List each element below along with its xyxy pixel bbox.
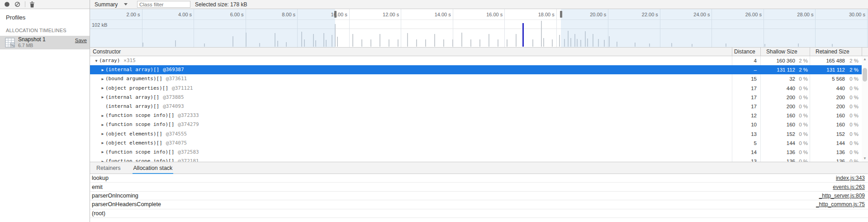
timeline-bar bbox=[407, 33, 408, 47]
table-row[interactable]: ▶(internal array)[]@373885172000 %2000 % bbox=[90, 93, 868, 102]
table-row[interactable]: ▶(object properties)[]@371121174400 %440… bbox=[90, 84, 868, 93]
timeline-bar bbox=[337, 37, 338, 47]
selection-handle-left[interactable] bbox=[334, 11, 337, 18]
heap-toolbar: Summary Selected size: 178 kB bbox=[90, 0, 868, 9]
shallow-size-percent: 0 % bbox=[796, 148, 808, 157]
collapse-arrow-icon[interactable]: ▶ bbox=[100, 130, 105, 139]
scroll-up-arrow-icon[interactable]: ▲ bbox=[862, 57, 868, 62]
column-header-distance[interactable]: Distance bbox=[734, 48, 755, 55]
column-header-retained-size[interactable]: Retained Size bbox=[816, 48, 849, 55]
distance-value: 14 bbox=[732, 148, 757, 157]
column-divider bbox=[732, 48, 732, 56]
grid-scrollbar[interactable]: ▲ ▼ bbox=[862, 56, 868, 162]
object-id: @372333 bbox=[178, 112, 199, 118]
selection-handle-right[interactable] bbox=[560, 11, 562, 18]
table-row[interactable]: ▶(object elements)[]@374555131520 %1520 … bbox=[90, 130, 868, 139]
timeline-bar bbox=[498, 39, 498, 47]
table-row[interactable]: ▶(internal array)[]@369387–131 1122 %131… bbox=[90, 65, 868, 74]
collapse-arrow-icon[interactable]: ▶ bbox=[100, 121, 105, 130]
table-row[interactable]: ▶(function scope info)[]@372181131360 %1… bbox=[90, 157, 868, 162]
collapse-arrow-icon[interactable]: ▶ bbox=[100, 139, 105, 148]
timeline-bar bbox=[507, 39, 508, 47]
record-button[interactable] bbox=[3, 1, 11, 8]
source-location-link[interactable]: events.js:263 bbox=[833, 184, 865, 190]
stack-frame-row[interactable]: emitevents.js:263 bbox=[90, 183, 868, 191]
constructor-name: (function scope info)[] bbox=[105, 121, 174, 127]
retained-size-value: 131 112 bbox=[811, 65, 845, 74]
stack-frame-row[interactable]: parserOnHeadersComplete_http_common.js:7… bbox=[90, 200, 868, 209]
tab-allocation-stack[interactable]: Allocation stack bbox=[133, 162, 174, 174]
shallow-size-percent: 0 % bbox=[796, 111, 808, 120]
table-row[interactable]: ▶(function scope info)[]@372333121600 %1… bbox=[90, 111, 868, 120]
timeline-bar bbox=[552, 39, 553, 47]
source-location-link[interactable]: index.js:343 bbox=[836, 175, 865, 181]
table-row[interactable]: ▶(function scope info)[]@374279101600 %1… bbox=[90, 120, 868, 129]
table-row[interactable]: ▶(bound arguments)[]@37361115320 %5 5680… bbox=[90, 74, 868, 83]
retained-size-value: 165 488 bbox=[811, 56, 845, 65]
source-location-link[interactable]: _http_server.js:809 bbox=[819, 193, 865, 199]
table-row[interactable]: ▶(object elements)[]@37407551440 %1440 % bbox=[90, 139, 868, 148]
clear-profiles-button[interactable] bbox=[14, 1, 21, 8]
sidebar-item-snapshot-1[interactable]: % Snapshot 1 6.7 MB Save bbox=[0, 36, 90, 49]
source-location-link[interactable]: _http_common.js:75 bbox=[816, 201, 865, 208]
table-row[interactable]: (internal array)[]@374093172000 %2000 % bbox=[90, 102, 868, 111]
timeline-bar bbox=[379, 34, 380, 47]
retained-size-percent: 0 % bbox=[846, 157, 859, 162]
time-tick-label: 14.00 s bbox=[414, 12, 451, 18]
time-tick-label: 18.00 s bbox=[517, 12, 555, 18]
time-tick-label: 26.00 s bbox=[725, 12, 762, 18]
column-header-constructor[interactable]: Constructor bbox=[93, 48, 121, 55]
shallow-size-value: 160 bbox=[762, 120, 795, 129]
delete-profile-button[interactable] bbox=[28, 1, 36, 8]
expand-arrow-icon[interactable]: ▼ bbox=[94, 57, 99, 66]
object-id: @372181 bbox=[178, 158, 199, 162]
scrollbar-thumb[interactable] bbox=[863, 68, 867, 82]
column-divider bbox=[862, 48, 862, 56]
timeline-bar bbox=[361, 39, 362, 47]
collapse-arrow-icon[interactable]: ▶ bbox=[100, 111, 105, 121]
constructor-name: (function scope info)[] bbox=[105, 158, 174, 162]
collapse-arrow-icon[interactable]: ▶ bbox=[100, 66, 105, 75]
column-header-shallow-size[interactable]: Shallow Size bbox=[766, 48, 797, 55]
retained-size-value: 5 568 bbox=[811, 74, 845, 83]
retained-size-percent: 0 % bbox=[846, 74, 859, 83]
time-tick-label: 8.00 s bbox=[258, 12, 295, 18]
stack-frame-row[interactable]: (root) bbox=[90, 209, 868, 218]
collapse-arrow-icon[interactable]: ▶ bbox=[100, 157, 105, 162]
shallow-size-percent: 0 % bbox=[796, 157, 808, 162]
class-filter-input[interactable] bbox=[137, 1, 190, 8]
collapse-arrow-icon[interactable]: ▶ bbox=[100, 93, 105, 102]
constructor-name: (internal array)[] bbox=[105, 103, 159, 109]
shallow-size-value: 440 bbox=[762, 84, 795, 93]
retained-size-value: 152 bbox=[811, 130, 845, 139]
memory-scale-label: 102 kB bbox=[92, 22, 107, 28]
profiles-sidebar: Profiles ALLOCATION TIMELINES % Snapshot… bbox=[0, 0, 90, 222]
snapshot-name: Snapshot 1 bbox=[18, 37, 46, 43]
time-tick-label: 6.00 s bbox=[207, 12, 244, 18]
stack-frame-row[interactable]: parserOnIncoming_http_server.js:809 bbox=[90, 192, 868, 200]
tab-retainers[interactable]: Retainers bbox=[95, 162, 122, 174]
timeline-bar bbox=[489, 34, 489, 47]
object-id: @373611 bbox=[166, 76, 187, 82]
collapse-arrow-icon[interactable]: ▶ bbox=[100, 75, 105, 84]
stack-frame-name: emit bbox=[92, 184, 103, 190]
timeline-gridline bbox=[401, 9, 401, 47]
retained-size-percent: 0 % bbox=[846, 130, 859, 139]
table-row[interactable]: ▼(array)×3154160 3602 %165 4882 % bbox=[90, 56, 868, 65]
table-row[interactable]: ▶(function scope info)[]@372583141360 %1… bbox=[90, 148, 868, 157]
timeline-gridline bbox=[556, 9, 557, 47]
scroll-down-arrow-icon[interactable]: ▼ bbox=[862, 156, 868, 161]
stack-frame-row[interactable]: lookupindex.js:343 bbox=[90, 174, 868, 183]
retained-size-percent: 0 % bbox=[846, 111, 859, 120]
retained-size-percent: 0 % bbox=[846, 84, 859, 93]
shallow-size-value: 152 bbox=[762, 130, 795, 139]
shallow-size-value: 160 360 bbox=[762, 56, 795, 65]
retained-size-percent: 0 % bbox=[846, 93, 859, 102]
live-allocation-bar bbox=[522, 23, 524, 47]
collapse-arrow-icon[interactable]: ▶ bbox=[100, 84, 105, 93]
collapse-arrow-icon[interactable]: ▶ bbox=[100, 148, 105, 157]
allocation-timeline-overview[interactable]: 102 kB 2.00 s4.00 s6.00 s8.00 s10.00 s12… bbox=[90, 9, 868, 47]
time-tick-label: 28.00 s bbox=[776, 12, 813, 18]
save-link[interactable]: Save bbox=[75, 38, 87, 43]
perspective-select[interactable]: Summary bbox=[95, 1, 134, 8]
